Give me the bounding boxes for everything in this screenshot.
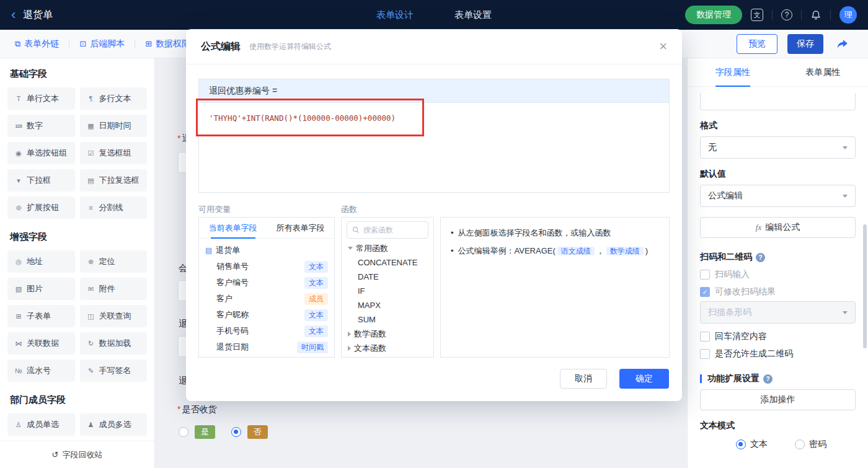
button-icon: ⊜ (13, 204, 24, 212)
script-icon: ⊡ (79, 39, 86, 48)
field-chip-radio-group[interactable]: ◉单选按钮组 (7, 142, 75, 164)
function-group-text[interactable]: 文本函数 (342, 341, 433, 355)
language-icon[interactable]: 文 (751, 9, 763, 21)
function-search[interactable] (347, 221, 428, 239)
avatar[interactable]: 理 (839, 6, 857, 24)
tab-current-form-fields[interactable]: 当前表单字段 (199, 218, 267, 238)
help-icon[interactable]: ? (781, 9, 792, 20)
scan-input-checkbox[interactable]: 扫码输入 (700, 269, 856, 280)
field-chip-dropdown-multi[interactable]: ▤下拉复选框 (80, 169, 148, 192)
radio-password-mode[interactable]: 密码 (795, 439, 826, 450)
radio-yes[interactable] (179, 427, 188, 437)
field-chip-single-line-text[interactable]: T单行文本 (7, 87, 75, 110)
dropdown-icon: ▾ (13, 177, 24, 185)
field-chip-dropdown[interactable]: ▾下拉框 (7, 169, 75, 192)
field-chip-data-load[interactable]: ↻数据加载 (80, 332, 148, 355)
field-chip-extend-button[interactable]: ⊜扩展按钮 (7, 196, 75, 219)
field-chip-member-multi[interactable]: ♟成员多选 (80, 413, 148, 436)
default-value-label: 默认值 (700, 169, 856, 180)
section-title-basic-fields: 基础字段 (10, 68, 147, 80)
field-chip-checkbox-group[interactable]: ☑复选框组 (80, 142, 148, 164)
scan-section-title: 扫码和二维码 ? (700, 252, 856, 263)
help-icon[interactable]: ? (756, 253, 765, 262)
allow-qr-checkbox[interactable]: 是否允许生成二维码 (700, 348, 856, 360)
field-chip-subform[interactable]: ⊞子表单 (7, 305, 75, 327)
formula-editor[interactable]: 'THYHQ'+INT(RAND()*(100000-00000)+00000) (199, 103, 669, 193)
function-item[interactable]: SUM (342, 312, 433, 327)
tab-form-design[interactable]: 表单设计 (376, 9, 414, 21)
field-chip-number[interactable]: 123数字 (7, 115, 75, 137)
no-tag: 否 (247, 425, 268, 439)
tab-form-settings[interactable]: 表单设置 (454, 9, 492, 21)
close-icon[interactable]: × (659, 40, 667, 53)
scrollbar[interactable] (863, 224, 867, 348)
variable-item[interactable]: 销售单号文本 (199, 258, 334, 275)
preview-button[interactable]: 预览 (737, 34, 777, 54)
checkbox-checked-icon (700, 287, 710, 297)
variable-item[interactable]: 客户昵称文本 (199, 307, 334, 323)
property-panel: 字段属性 表单属性 格式 无 默认值 公式编辑 fx 编辑公式 扫码和二维码 ?… (687, 58, 868, 468)
grid-icon: ⊞ (145, 39, 152, 48)
variables-root[interactable]: ▤ 退货单 (199, 242, 334, 258)
add-action-button[interactable]: 添加操作 (700, 389, 856, 410)
data-manage-button[interactable]: 数据管理 (685, 6, 742, 24)
edit-formula-button[interactable]: fx 编辑公式 (700, 217, 856, 238)
field-chip-multi-line-text[interactable]: ¶多行文本 (80, 87, 148, 110)
yes-tag: 是 (195, 425, 215, 439)
save-button[interactable]: 保存 (787, 34, 823, 54)
share-icon[interactable] (833, 35, 852, 53)
radio-text-mode[interactable]: 文本 (736, 439, 768, 450)
field-chip-address[interactable]: ◎地址 (7, 250, 75, 273)
variable-item[interactable]: 客户成员 (199, 291, 334, 307)
field-chip-linked-data[interactable]: ⋈关联数据 (7, 332, 75, 355)
format-select[interactable]: 无 (700, 136, 856, 159)
radio-no[interactable] (231, 427, 241, 437)
cancel-button[interactable]: 取消 (560, 369, 607, 389)
function-group-common[interactable]: 常用函数 (342, 241, 433, 255)
field-chip-serial-number[interactable]: №流水号 (7, 360, 75, 382)
type-tag: 成员 (304, 293, 328, 305)
attachment-icon: ✉ (86, 285, 96, 293)
form-external-link-button[interactable]: ⧉ 表单外链 (15, 38, 69, 50)
modal-header: 公式编辑 使用数学运算符编辑公式 × (186, 29, 682, 64)
formula-target: 退回优惠券编号 = (199, 79, 669, 103)
dropdown-multi-icon: ▤ (86, 177, 96, 185)
field-chip-image[interactable]: ▧图片 (7, 278, 75, 300)
tab-field-properties[interactable]: 字段属性 (688, 58, 778, 86)
chevron-right-icon (348, 332, 351, 337)
field-chip-member-single[interactable]: ♙成员单选 (7, 413, 75, 436)
variable-item[interactable]: 退货日期时间戳 (199, 339, 334, 355)
image-icon: ▧ (13, 285, 24, 293)
number-icon: 123 (13, 123, 24, 129)
function-item[interactable]: DATE (342, 270, 433, 284)
field-title-input[interactable] (700, 93, 856, 110)
bell-icon[interactable] (810, 9, 822, 20)
enter-clear-checkbox[interactable]: 回车清空内容 (700, 331, 856, 342)
search-input[interactable] (363, 226, 419, 234)
field-chip-location[interactable]: ⊕定位 (80, 250, 148, 273)
type-tag: 文本 (304, 277, 328, 289)
tab-all-form-fields[interactable]: 所有表单字段 (267, 218, 334, 238)
field-chip-attachment[interactable]: ✉附件 (80, 278, 148, 300)
field-chip-datetime[interactable]: ▦日期时间 (80, 115, 148, 137)
help-icon[interactable]: ? (763, 374, 773, 384)
divider (186, 64, 682, 64)
field-chip-linked-query[interactable]: ◫关联查询 (80, 305, 148, 327)
function-item[interactable]: MAPX (342, 298, 433, 312)
field-chip-divider-line[interactable]: ≡分割线 (80, 196, 148, 219)
variable-item[interactable]: 手机号码文本 (199, 323, 334, 339)
field-recycle-bin[interactable]: ↺ 字段回收站 (0, 441, 154, 468)
backend-script-button[interactable]: ⊡ 后端脚本 (69, 38, 135, 50)
function-item[interactable]: IF (342, 284, 433, 298)
variables-label: 可用变量 (198, 204, 231, 215)
back-button[interactable]: ‹ (11, 8, 16, 22)
variable-item[interactable]: 客户编号文本 (199, 275, 334, 291)
function-item[interactable]: CONCATENATE (342, 255, 433, 270)
function-group-math[interactable]: 数学函数 (342, 327, 433, 341)
scan-editable-checkbox[interactable]: 可修改扫码结果 (700, 286, 856, 298)
radio-checked-icon (736, 439, 746, 449)
field-chip-signature[interactable]: ✎手写签名 (80, 360, 148, 382)
tab-form-properties[interactable]: 表单属性 (778, 58, 868, 86)
default-value-select[interactable]: 公式编辑 (700, 185, 856, 207)
confirm-button[interactable]: 确定 (619, 369, 669, 389)
